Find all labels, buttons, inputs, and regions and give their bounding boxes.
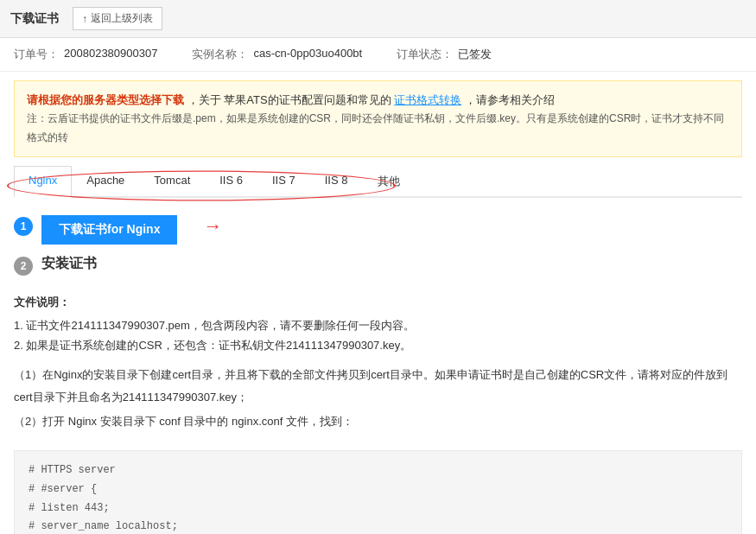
notice-suffix: ，关于 苹果ATS的证书配置问题和常见的 xyxy=(187,93,391,106)
code-block: # HTTPS server # #server { # listen 443;… xyxy=(14,450,742,534)
desc-section: 文件说明： 1. 证书文件214111347990307.pem，包含两段内容，… xyxy=(0,295,756,365)
install-step-1: （1）在Nginx的安装目录下创建cert目录，并且将下载的全部文件拷贝到cer… xyxy=(14,364,742,409)
download-button[interactable]: 下载证书for Nginx xyxy=(41,215,177,245)
step2-circle: 2 xyxy=(14,257,33,276)
desc-item-1: 1. 证书文件214111347990307.pem，包含两段内容，请不要删除任… xyxy=(14,315,742,335)
order-no-value: 200802380900307 xyxy=(64,47,157,62)
notice-link1[interactable]: 证书格式转换 xyxy=(394,93,461,106)
tab-iis7[interactable]: IIS 7 xyxy=(257,166,310,196)
tabs-row: Nginx Apache Tomcat IIS 6 IIS 7 IIS 8 其他 xyxy=(14,166,742,198)
order-no-label: 订单号： xyxy=(14,47,59,62)
step2-row: 2 安装证书 xyxy=(14,255,742,276)
back-label: 返回上级列表 xyxy=(91,11,153,26)
page-title: 下载证书 xyxy=(10,11,59,27)
code-line-1: # HTTPS server xyxy=(29,461,727,480)
status-label: 订单状态： xyxy=(397,47,453,62)
step2-circle-label: 2 xyxy=(21,260,27,272)
code-line-4: # server_name localhost; xyxy=(29,518,727,534)
tab-tomcat[interactable]: Tomcat xyxy=(139,166,205,196)
tabs-area: Nginx Apache Tomcat IIS 6 IIS 7 IIS 8 其他 xyxy=(14,166,742,198)
order-info: 订单号： 200802380900307 实例名称： cas-cn-0pp03u… xyxy=(0,38,756,72)
desc-item-2: 2. 如果是证书系统创建的CSR，还包含：证书私钥文件2141113479903… xyxy=(14,335,742,355)
instance-label: 实例名称： xyxy=(192,47,248,62)
back-icon: ↑ xyxy=(82,13,87,25)
arrow-icon: ← xyxy=(203,215,222,238)
step1-section: 1 下载证书for Nginx ← 2 安装证书 xyxy=(0,207,756,295)
desc-title: 文件说明： xyxy=(14,295,742,310)
instance-value: cas-cn-0pp03uo400bt xyxy=(253,47,362,62)
download-btn-label: 下载证书for Nginx xyxy=(59,222,160,236)
status-value: 已签发 xyxy=(458,47,492,62)
step1-row: 1 下载证书for Nginx ← xyxy=(14,215,742,245)
tab-apache[interactable]: Apache xyxy=(72,166,139,196)
status-item: 订单状态： 已签发 xyxy=(397,47,492,62)
tab-iis6[interactable]: IIS 6 xyxy=(205,166,257,196)
install-title: 安装证书 xyxy=(41,255,97,273)
notice-sub: 注：云盾证书提供的证书文件后缀是.pem，如果是系统创建的CSR，同时还会伴随证… xyxy=(27,110,729,147)
tab-nginx[interactable]: Nginx xyxy=(14,166,72,198)
step1-circle: 1 xyxy=(14,217,33,236)
install-steps: （1）在Nginx的安装目录下创建cert目录，并且将下载的全部文件拷贝到cer… xyxy=(0,364,756,443)
code-line-3: # listen 443; xyxy=(29,499,727,518)
code-line-2: # #server { xyxy=(29,480,727,499)
tab-other[interactable]: 其他 xyxy=(363,166,415,196)
notice-box: 请根据您的服务器类型选择下载 ，关于 苹果ATS的证书配置问题和常见的 证书格式… xyxy=(14,80,742,157)
order-no-item: 订单号： 200802380900307 xyxy=(14,47,157,62)
step1-circle-label: 1 xyxy=(21,220,27,232)
tab-iis8[interactable]: IIS 8 xyxy=(310,166,363,196)
install-step-2: （2）打开 Nginx 安装目录下 conf 目录中的 nginx.conf 文… xyxy=(14,410,742,433)
notice-main-text: 请根据您的服务器类型选择下载 xyxy=(27,93,184,106)
notice-link2: ，请参考相关介绍 xyxy=(465,93,555,106)
instance-item: 实例名称： cas-cn-0pp03uo400bt xyxy=(192,47,362,62)
top-bar: 下载证书 ↑ 返回上级列表 xyxy=(0,0,756,38)
notice-main-row: 请根据您的服务器类型选择下载 ，关于 苹果ATS的证书配置问题和常见的 证书格式… xyxy=(27,90,729,110)
back-button[interactable]: ↑ 返回上级列表 xyxy=(73,7,162,30)
